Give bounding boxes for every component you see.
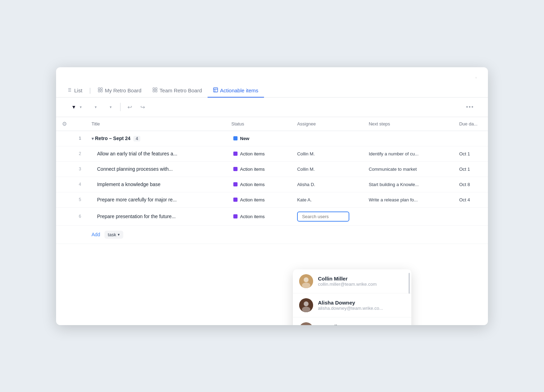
tab-team-retro-label: Team Retro Board xyxy=(160,87,202,93)
dropdown-scrollbar xyxy=(409,273,410,294)
user-name: Collin Miller xyxy=(318,276,377,282)
assignee-text: Alisha D. xyxy=(297,182,315,187)
user-avatar xyxy=(299,274,313,288)
svg-rect-11 xyxy=(213,88,218,92)
row-assignee[interactable] xyxy=(293,207,364,225)
table-row: 6 Prepare presentation for the future...… xyxy=(56,207,488,225)
tab-list[interactable]: List xyxy=(67,84,88,98)
search-users-input[interactable] xyxy=(297,212,349,222)
redo-button[interactable]: ↪ xyxy=(138,102,148,113)
status-badge: Action items xyxy=(231,150,268,157)
row-title[interactable]: Connect planning processes with... xyxy=(87,161,227,177)
add-button[interactable]: Add xyxy=(92,232,100,237)
tab-team-retro[interactable]: Team Retro Board xyxy=(147,84,208,98)
expand-button[interactable]: ▾ xyxy=(104,103,116,112)
next-steps-text: Communicate to market xyxy=(369,167,417,172)
assignee-text: Collin M. xyxy=(297,167,315,172)
row-check xyxy=(56,146,72,161)
row-title[interactable]: Implement a knowledge base xyxy=(87,177,227,192)
toolbar-separator xyxy=(120,103,121,111)
user-dropdown-item[interactable]: Kate Allen kate.allen@team.wrike.com xyxy=(293,317,411,325)
undo-icon: ↩ xyxy=(127,104,132,110)
assignee-text: Kate A. xyxy=(297,197,312,202)
status-dot xyxy=(233,214,238,218)
row-due-date: Oct 1 xyxy=(455,146,488,161)
header-more-button[interactable] xyxy=(475,77,477,78)
group-button[interactable]: ▾ xyxy=(89,103,101,112)
row-number: 6 xyxy=(72,207,87,225)
row-assignee[interactable]: Kate A. xyxy=(293,192,364,207)
user-email: collin.miller@team.wrike.com xyxy=(318,282,377,287)
svg-rect-8 xyxy=(155,88,157,90)
undo-button[interactable]: ↩ xyxy=(125,102,135,113)
row-check xyxy=(56,177,72,192)
row-title[interactable]: Prepare presentation for the future... xyxy=(87,207,227,225)
tab-my-retro[interactable]: My Retro Board xyxy=(92,84,147,98)
row-status[interactable]: Action items xyxy=(227,146,293,161)
next-steps-text: Identify a number of cu... xyxy=(369,151,419,156)
col-title-header: Title xyxy=(87,117,227,131)
redo-icon: ↪ xyxy=(140,104,145,110)
user-dropdown-item[interactable]: Collin Miller collin.miller@team.wrike.c… xyxy=(293,269,411,293)
app-window: List | My Retro Board Team Retro Board A… xyxy=(56,67,488,325)
collapse-icon[interactable]: ▾ xyxy=(92,136,94,141)
row-status[interactable]: New xyxy=(227,131,293,146)
row-next-steps: Communicate to market xyxy=(365,161,455,177)
row-assignee[interactable]: Alisha D. xyxy=(293,177,364,192)
row-due-date: Oct 1 xyxy=(455,161,488,177)
row-assignee[interactable]: Collin M. xyxy=(293,146,364,161)
status-label: Action items xyxy=(240,197,265,202)
row-status[interactable]: Action items xyxy=(227,192,293,207)
col-status-header: Status xyxy=(227,117,293,131)
settings-icon[interactable]: ⚙ xyxy=(62,121,67,127)
tab-actionable[interactable]: Actionable items xyxy=(208,84,264,98)
tab-list-label: List xyxy=(74,87,82,93)
main-table: ⚙ Title Status Assignee Next steps Due d… xyxy=(56,117,488,244)
filter-button[interactable]: ▼ ▾ xyxy=(67,102,86,112)
tabs-add-button[interactable] xyxy=(267,87,272,94)
user-name: Alisha Downey xyxy=(318,300,383,306)
row-title[interactable]: Prepare more carefully for major re... xyxy=(87,192,227,207)
status-label: Action items xyxy=(240,182,265,187)
row-status[interactable]: Action items xyxy=(227,177,293,192)
next-steps-text: Write a release plan fo... xyxy=(369,197,418,202)
row-number: 5 xyxy=(72,192,87,207)
status-label: Action items xyxy=(240,167,265,172)
user-name: Kate Allen xyxy=(318,324,374,325)
row-check xyxy=(56,131,72,146)
row-check xyxy=(56,161,72,177)
row-next-steps: Write a release plan fo... xyxy=(365,192,455,207)
toolbar: ▼ ▾ ▾ ▾ ↩ ↪ ••• xyxy=(56,98,488,117)
row-status[interactable]: Action items xyxy=(227,161,293,177)
col-num-header xyxy=(72,117,87,131)
tab-my-retro-label: My Retro Board xyxy=(105,87,141,93)
task-type-dropdown[interactable]: task ▾ xyxy=(104,231,124,239)
task-dropdown-chevron-icon: ▾ xyxy=(118,232,120,237)
toolbar-more-button[interactable]: ••• xyxy=(463,102,477,112)
row-title[interactable]: Allow an early trial of the features a..… xyxy=(87,146,227,161)
row-number: 1 xyxy=(72,131,87,146)
row-due-date xyxy=(455,207,488,225)
row-assignee[interactable]: Collin M. xyxy=(293,161,364,177)
add-row: Add task ▾ xyxy=(56,225,488,244)
status-label: Action items xyxy=(240,151,265,156)
list-icon xyxy=(67,87,72,93)
table-row: 5 Prepare more carefully for major re...… xyxy=(56,192,488,207)
row-next-steps xyxy=(365,131,455,146)
status-dot xyxy=(233,152,238,156)
user-info: Collin Miller collin.miller@team.wrike.c… xyxy=(318,276,377,287)
row-due-date xyxy=(455,131,488,146)
user-dropdown-item[interactable]: Alisha Downey alisha.downey@team.wrike.c… xyxy=(293,293,411,317)
assignee-text: Collin M. xyxy=(297,151,315,156)
filter-chevron-icon: ▾ xyxy=(80,105,82,109)
table-container: ⚙ Title Status Assignee Next steps Due d… xyxy=(56,117,488,244)
col-next-header: Next steps xyxy=(365,117,455,131)
row-assignee[interactable] xyxy=(293,131,364,146)
row-title[interactable]: ▾Retro – Sept 244 xyxy=(87,131,227,146)
row-due-date: Oct 4 xyxy=(455,192,488,207)
row-due-date: Oct 8 xyxy=(455,177,488,192)
svg-point-20 xyxy=(299,322,313,325)
svg-rect-4 xyxy=(101,88,102,90)
col-assignee-header: Assignee xyxy=(293,117,364,131)
row-status[interactable]: Action items xyxy=(227,207,293,225)
